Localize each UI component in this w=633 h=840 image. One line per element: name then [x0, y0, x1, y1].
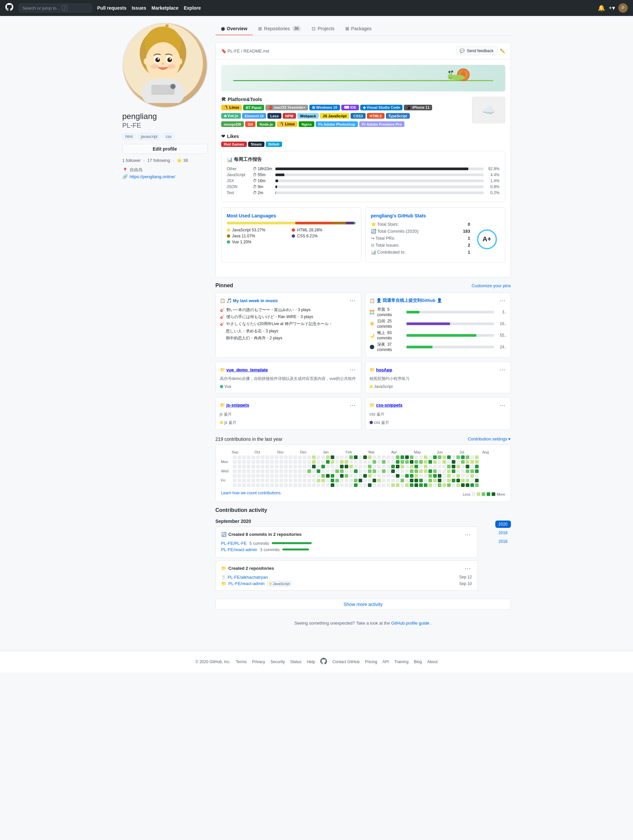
contrib-day-w5-d0[interactable]: [256, 455, 260, 459]
contrib-day-w31-d6[interactable]: [377, 483, 381, 487]
contrib-day-w5-d4[interactable]: [256, 474, 260, 478]
customize-pins-link[interactable]: Customize your pins: [472, 283, 511, 288]
contrib-day-w14-d3[interactable]: [298, 469, 302, 473]
footer-link-about[interactable]: About: [427, 660, 437, 664]
contribution-settings-link[interactable]: Contribution settings ▾: [468, 436, 511, 441]
contrib-day-w42-d2[interactable]: [429, 465, 432, 468]
contrib-day-w19-d0[interactable]: [321, 455, 325, 459]
contrib-day-w34-d1[interactable]: [391, 460, 395, 464]
contrib-day-w11-d1[interactable]: [284, 460, 288, 464]
contrib-day-w6-d4[interactable]: [261, 474, 264, 478]
contrib-day-w51-d2[interactable]: [470, 465, 474, 468]
contrib-day-w46-d4[interactable]: [447, 474, 451, 478]
contrib-day-w1-d2[interactable]: [237, 465, 241, 468]
contrib-day-w10-d1[interactable]: [279, 460, 283, 464]
edit-readme-icon[interactable]: ✏️: [500, 49, 505, 54]
contrib-day-w2-d5[interactable]: [242, 478, 246, 482]
contrib-day-w38-d5[interactable]: [410, 478, 413, 482]
contrib-day-w28-d0[interactable]: [363, 455, 367, 459]
contrib-day-w4-d6[interactable]: [252, 483, 255, 487]
contrib-day-w15-d3[interactable]: [303, 469, 306, 473]
contrib-day-w45-d4[interactable]: [442, 474, 446, 478]
contrib-day-w13-d6[interactable]: [293, 483, 297, 487]
footer-link-blog[interactable]: Blog: [414, 660, 422, 664]
contrib-day-w15-d6[interactable]: [303, 483, 306, 487]
contrib-day-w45-d3[interactable]: [442, 469, 446, 473]
contrib-day-w42-d1[interactable]: [429, 460, 432, 464]
contrib-day-w44-d1[interactable]: [438, 460, 442, 464]
contrib-day-w40-d5[interactable]: [419, 478, 423, 482]
contrib-day-w45-d0[interactable]: [442, 455, 446, 459]
contrib-day-w18-d4[interactable]: [316, 474, 320, 478]
contrib-day-w52-d6[interactable]: [475, 483, 479, 487]
contrib-day-w35-d3[interactable]: [396, 469, 399, 473]
contrib-day-w40-d6[interactable]: [419, 483, 423, 487]
contrib-day-w4-d3[interactable]: [252, 469, 255, 473]
contrib-day-w8-d3[interactable]: [270, 469, 274, 473]
footer-link-security[interactable]: Security: [271, 660, 285, 664]
contrib-day-w4-d4[interactable]: [252, 474, 255, 478]
contrib-day-w9-d3[interactable]: [275, 469, 279, 473]
contrib-day-w30-d0[interactable]: [373, 455, 376, 459]
contrib-day-w42-d5[interactable]: [429, 478, 432, 482]
contrib-day-w41-d4[interactable]: [424, 474, 427, 478]
contrib-day-w33-d4[interactable]: [386, 474, 390, 478]
contrib-day-w8-d0[interactable]: [270, 455, 274, 459]
contrib-day-w25-d6[interactable]: [349, 483, 353, 487]
contrib-day-w6-d2[interactable]: [261, 465, 264, 468]
contrib-day-w8-d4[interactable]: [270, 474, 274, 478]
contrib-day-w4-d1[interactable]: [252, 460, 255, 464]
contrib-day-w16-d4[interactable]: [307, 474, 311, 478]
contrib-day-w24-d2[interactable]: [345, 465, 348, 468]
contrib-day-w10-d4[interactable]: [279, 474, 283, 478]
contrib-day-w19-d6[interactable]: [321, 483, 325, 487]
contrib-day-w37-d0[interactable]: [405, 455, 409, 459]
contrib-day-w38-d4[interactable]: [410, 474, 413, 478]
contrib-day-w39-d6[interactable]: [415, 483, 418, 487]
contrib-day-w17-d5[interactable]: [312, 478, 316, 482]
contrib-day-w25-d0[interactable]: [349, 455, 353, 459]
contrib-day-w34-d5[interactable]: [391, 478, 395, 482]
contrib-day-w49-d4[interactable]: [461, 474, 465, 478]
contrib-day-w14-d4[interactable]: [298, 474, 302, 478]
pinned-link-hos[interactable]: hosApp: [376, 367, 392, 372]
contrib-day-w0-d3[interactable]: [233, 469, 236, 473]
contrib-day-w33-d2[interactable]: [386, 465, 390, 468]
contrib-day-w3-d0[interactable]: [247, 455, 250, 459]
contrib-day-w3-d6[interactable]: [247, 483, 250, 487]
contrib-day-w12-d2[interactable]: [289, 465, 293, 468]
contrib-day-w25-d2[interactable]: [349, 465, 353, 468]
contrib-day-w11-d6[interactable]: [284, 483, 288, 487]
contrib-day-w22-d4[interactable]: [335, 474, 339, 478]
pinned-link-vue[interactable]: vue_demo_template: [226, 367, 268, 372]
contrib-day-w18-d0[interactable]: [316, 455, 320, 459]
contrib-day-w24-d1[interactable]: [345, 460, 348, 464]
contrib-day-w20-d3[interactable]: [326, 469, 330, 473]
contrib-day-w7-d1[interactable]: [266, 460, 269, 464]
contrib-day-w47-d1[interactable]: [452, 460, 456, 464]
contrib-day-w32-d6[interactable]: [382, 483, 386, 487]
contrib-day-w0-d0[interactable]: [233, 455, 236, 459]
contrib-day-w17-d2[interactable]: [312, 465, 316, 468]
repo-link-react[interactable]: PL-FE/react-admin: [221, 547, 258, 552]
contrib-day-w20-d1[interactable]: [326, 460, 330, 464]
contrib-day-w12-d3[interactable]: [289, 469, 293, 473]
contrib-day-w40-d3[interactable]: [419, 469, 423, 473]
contrib-day-w44-d0[interactable]: [438, 455, 442, 459]
contrib-day-w1-d0[interactable]: [237, 455, 241, 459]
contrib-day-w26-d1[interactable]: [354, 460, 358, 464]
contrib-day-w47-d6[interactable]: [452, 483, 456, 487]
contrib-day-w47-d3[interactable]: [452, 469, 456, 473]
contrib-day-w3-d2[interactable]: [247, 465, 250, 468]
website-url[interactable]: https://pengliang.online/: [130, 174, 175, 179]
contrib-day-w9-d6[interactable]: [275, 483, 279, 487]
footer-link-api[interactable]: API: [383, 660, 389, 664]
contrib-day-w20-d2[interactable]: [326, 465, 330, 468]
contrib-day-w10-d5[interactable]: [279, 478, 283, 482]
contrib-day-w49-d3[interactable]: [461, 469, 465, 473]
nav-marketplace[interactable]: Marketplace: [152, 5, 179, 11]
contrib-day-w13-d4[interactable]: [293, 474, 297, 478]
contrib-day-w9-d4[interactable]: [275, 474, 279, 478]
contrib-day-w28-d3[interactable]: [363, 469, 367, 473]
contrib-day-w26-d6[interactable]: [354, 483, 358, 487]
